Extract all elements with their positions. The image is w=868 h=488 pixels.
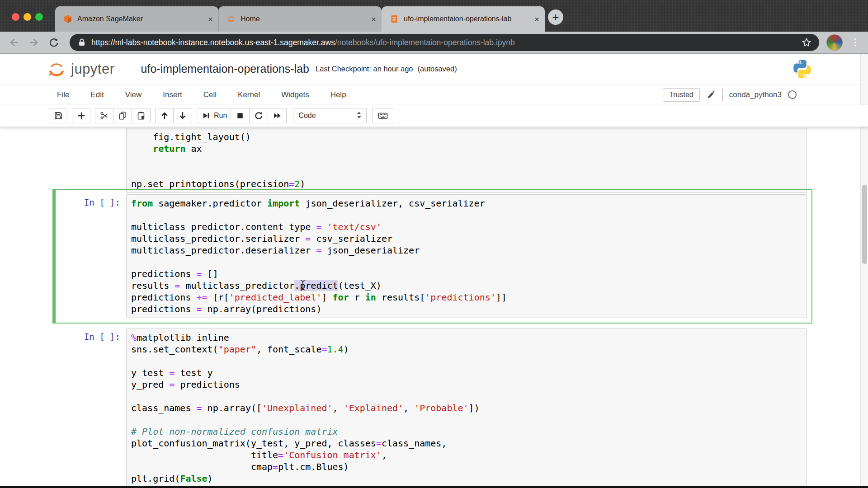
browser-tab[interactable]: Amazon SageMaker× bbox=[55, 6, 218, 32]
run-button-label: Run bbox=[214, 112, 227, 120]
notebook-title[interactable]: ufo-implementaion-operations-lab bbox=[141, 62, 309, 75]
tab-close-icon[interactable]: × bbox=[371, 15, 376, 23]
forward-icon[interactable] bbox=[28, 37, 40, 48]
code-line: cmap=plt.cm.Blues) bbox=[131, 461, 803, 473]
restart-kernel-icon bbox=[254, 111, 264, 121]
add-cell-button[interactable] bbox=[72, 108, 90, 123]
close-window-button[interactable] bbox=[12, 13, 19, 21]
browser-tabs: Amazon SageMaker×Home×ufo-implementaion-… bbox=[55, 6, 545, 32]
code-line: class_names = np.array(['Unexplained', '… bbox=[131, 402, 803, 414]
zoom-window-button[interactable] bbox=[35, 13, 43, 21]
browser-tab[interactable]: Home× bbox=[218, 6, 382, 32]
menubar-right: Trusted conda_python3 bbox=[663, 88, 797, 102]
code-line: multiclass_predictor.serializer = csv_se… bbox=[131, 233, 803, 244]
code-line: np.set_printoptions(precision=2) bbox=[131, 178, 803, 190]
sagemaker-icon bbox=[63, 14, 72, 23]
menu-item-view[interactable]: View bbox=[125, 90, 142, 99]
reload-icon[interactable] bbox=[48, 37, 60, 48]
cell-input-prompt bbox=[58, 128, 126, 131]
jupyter-wordmark[interactable]: jupyter bbox=[71, 61, 115, 77]
python-logo-icon bbox=[792, 58, 813, 80]
restart-kernel-button[interactable] bbox=[250, 108, 268, 123]
tab-close-icon[interactable]: × bbox=[534, 15, 539, 23]
menu-item-file[interactable]: File bbox=[57, 90, 69, 99]
code-line bbox=[131, 256, 803, 268]
move-down-button[interactable] bbox=[174, 108, 192, 123]
notebook-menubar: FileEditViewInsertCellKernelWidgetsHelp … bbox=[0, 84, 868, 105]
url-path: /notebooks/ufo-implementaion-operations-… bbox=[335, 38, 515, 47]
bookmark-star-icon[interactable] bbox=[801, 37, 812, 48]
tab-title: Amazon SageMaker bbox=[77, 15, 204, 23]
restart-run-all-button[interactable] bbox=[268, 108, 287, 123]
code-line: multiclass_predictor.deserializer = json… bbox=[131, 244, 803, 256]
menu-item-edit[interactable]: Edit bbox=[90, 90, 104, 99]
minimize-window-button[interactable] bbox=[24, 13, 31, 21]
tab-title: ufo-implementaion-operations-lab bbox=[404, 15, 531, 23]
code-cell[interactable]: fig.tight_layout() return axnp.set_print… bbox=[52, 127, 812, 198]
notebook-header: jupyter ufo-implementaion-operations-lab… bbox=[0, 54, 868, 84]
code-cell-selected[interactable]: In [ ]:from sagemaker.predictor import j… bbox=[52, 189, 812, 324]
move-down-icon bbox=[178, 111, 188, 121]
run-button[interactable]: Run bbox=[197, 108, 231, 123]
stop-icon bbox=[235, 111, 245, 121]
cell-input-prompt: In [ ]: bbox=[58, 328, 126, 342]
url-origin: https://ml-labs-notebook-instance.notebo… bbox=[91, 38, 335, 47]
code-line: %matplotlib inline bbox=[131, 332, 803, 343]
tab-close-icon[interactable]: × bbox=[208, 15, 213, 23]
profile-avatar[interactable] bbox=[826, 34, 843, 51]
code-line bbox=[131, 390, 803, 402]
code-line: predictions = [] bbox=[131, 268, 803, 280]
cell-code-editor[interactable]: fig.tight_layout() return axnp.set_print… bbox=[126, 128, 807, 193]
browser-tab[interactable]: ufo-implementaion-operations-lab× bbox=[382, 6, 545, 32]
add-cell-icon bbox=[76, 111, 86, 121]
stop-button[interactable] bbox=[231, 108, 250, 123]
code-line: from sagemaker.predictor import json_des… bbox=[131, 197, 803, 209]
menu-item-kernel[interactable]: Kernel bbox=[238, 90, 260, 99]
code-line: predictions = np.array(predictions) bbox=[131, 303, 803, 315]
notebook-file-icon bbox=[390, 14, 399, 23]
browser-menu-icon[interactable] bbox=[850, 37, 861, 48]
new-tab-button[interactable]: + bbox=[548, 9, 563, 25]
move-up-icon bbox=[160, 111, 170, 121]
menu-item-help[interactable]: Help bbox=[330, 90, 346, 99]
address-bar[interactable]: https://ml-labs-notebook-instance.notebo… bbox=[70, 34, 819, 51]
paste-cell-button[interactable] bbox=[132, 108, 151, 123]
trusted-button[interactable]: Trusted bbox=[663, 88, 700, 102]
browser-window: Amazon SageMaker×Home×ufo-implementaion-… bbox=[0, 0, 868, 488]
copy-cell-icon bbox=[118, 111, 127, 121]
jupyter-logo-icon[interactable] bbox=[47, 59, 66, 79]
url-text: https://ml-labs-notebook-instance.notebo… bbox=[91, 38, 515, 47]
kernel-name: conda_python3 bbox=[729, 90, 782, 99]
code-line bbox=[131, 155, 803, 166]
tab-title: Home bbox=[241, 15, 368, 23]
save-button[interactable] bbox=[49, 108, 67, 123]
scrollbar-thumb[interactable] bbox=[862, 185, 867, 264]
menu-item-cell[interactable]: Cell bbox=[203, 90, 217, 99]
window-bottom-edge bbox=[0, 486, 868, 488]
toolbar-button-group bbox=[49, 108, 67, 123]
toolbar-button-group: Run bbox=[197, 108, 287, 123]
command-palette-button[interactable] bbox=[372, 108, 393, 123]
select-arrows-icon bbox=[357, 111, 361, 121]
menu-item-insert[interactable]: Insert bbox=[163, 90, 182, 99]
menu-item-widgets[interactable]: Widgets bbox=[281, 90, 309, 99]
code-line: results = multiclass_predictor.predict(t… bbox=[131, 280, 803, 291]
code-line bbox=[131, 166, 803, 178]
edit-title-pencil-icon[interactable] bbox=[706, 90, 716, 100]
browser-tab-strip: Amazon SageMaker×Home×ufo-implementaion-… bbox=[0, 0, 868, 32]
code-line bbox=[131, 209, 803, 221]
cell-type-select[interactable]: Code bbox=[293, 108, 367, 123]
copy-cell-button[interactable] bbox=[113, 108, 132, 123]
autosave-status: (autosaved) bbox=[418, 65, 457, 73]
back-icon[interactable] bbox=[8, 37, 20, 48]
cell-type-value: Code bbox=[298, 112, 316, 120]
cell-input-prompt: In [ ]: bbox=[58, 194, 126, 207]
cell-code-editor[interactable]: %matplotlib inlinesns.set_context("paper… bbox=[126, 328, 807, 486]
cut-cell-button[interactable] bbox=[95, 108, 113, 123]
keyboard-icon bbox=[377, 110, 388, 121]
lock-icon bbox=[77, 38, 87, 47]
code-cell[interactable]: In [ ]:%matplotlib inlinesns.set_context… bbox=[52, 323, 812, 486]
kernel-idle-indicator-icon bbox=[788, 90, 797, 99]
cell-code-editor[interactable]: from sagemaker.predictor import json_des… bbox=[126, 194, 807, 318]
move-up-button[interactable] bbox=[155, 108, 174, 123]
